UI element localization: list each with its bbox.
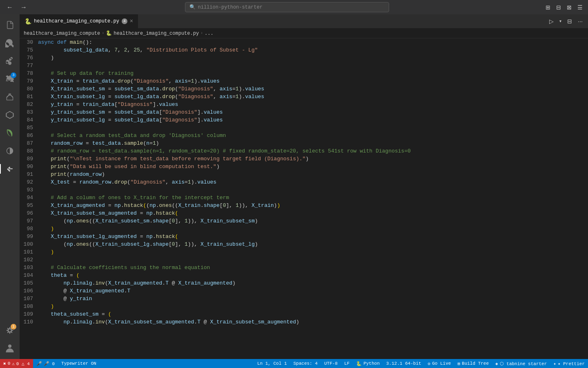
microphone-icon: 🎤 (36, 361, 42, 366)
prettier-label: ✦ Prettier (558, 361, 585, 366)
breadcrumb-sep2: › (200, 31, 203, 36)
more-actions-button[interactable]: ☰ (576, 3, 584, 12)
split-editor-right-button[interactable]: ⊟ (565, 17, 574, 26)
settings-badge: 1 (11, 324, 16, 330)
forward-button[interactable]: → (18, 3, 29, 12)
activity-item-back[interactable] (2, 161, 18, 177)
activity-item-source-control[interactable] (2, 53, 18, 69)
version-label: 3.12.1 64-bit (386, 361, 421, 366)
activity-item-testing[interactable] (2, 89, 18, 105)
activity-item-settings[interactable]: 1 (2, 322, 18, 339)
tab-icon: 🐍 (24, 18, 31, 25)
line-number: 79 (20, 77, 38, 85)
table-row: 87 random_row = test_data.sample(n=1) (20, 139, 588, 147)
line-code: print("Data will be used in blind comput… (38, 163, 588, 171)
line-number: 88 (20, 147, 38, 155)
status-spaces[interactable]: Spaces: 4 (290, 359, 321, 368)
line-number: 100 (20, 240, 38, 248)
status-language[interactable]: 🐍 Python (353, 359, 383, 368)
run-button[interactable]: ▷ (547, 17, 556, 26)
toggle-panel-button[interactable]: ⊟ (555, 3, 562, 12)
table-row: 97 (np.ones((X_train_subset_sm.shape[0],… (20, 217, 588, 225)
language-label: Python (363, 361, 380, 366)
activity-item-search[interactable] (2, 35, 18, 51)
line-number: 86 (20, 132, 38, 139)
line-number: 99 (20, 233, 38, 240)
table-row: 75 subset_lg_data, 7, 2, 25, "Distributi… (20, 46, 588, 54)
line-code: ) (38, 225, 588, 233)
code-editor[interactable]: 30 async def main(): 75 subset_lg_data, … (20, 38, 588, 359)
run-dropdown-button[interactable]: ▾ (557, 18, 564, 25)
breadcrumb-symbol[interactable]: ... (205, 31, 214, 36)
tab-healthcare[interactable]: 🐍 healthcare_imaging_compute.py 4 × (20, 14, 138, 28)
line-code: @ y_train (38, 295, 588, 303)
microphone-count: 🎤 0 (44, 361, 55, 366)
status-typewriter[interactable]: Typewriter ON (58, 359, 100, 368)
line-code: y_train = train_data["Diagnosis"].values (38, 101, 588, 108)
line-number: 106 (20, 287, 38, 295)
main-layout: 3 1 🐍 healthcare_ima (0, 14, 588, 359)
warning-count: 0 △ 4 (16, 361, 30, 366)
more-tab-actions-button[interactable]: ··· (576, 17, 585, 26)
breadcrumb-file[interactable]: healthcare_imaging_compute.py (114, 31, 199, 36)
activity-item-explorer[interactable] (2, 17, 18, 33)
search-bar[interactable]: 🔍 nillion-python-starter (185, 2, 389, 12)
line-number: 81 (20, 93, 38, 101)
spaces-label: Spaces: 4 (294, 361, 318, 366)
activity-bar: 3 1 (0, 14, 20, 359)
toggle-sidebar-button[interactable]: ⊠ (566, 3, 573, 12)
line-number: 91 (20, 171, 38, 178)
table-row: 80 X_train_subset_sm = subset_sm_data.dr… (20, 85, 588, 93)
line-number: 89 (20, 155, 38, 163)
line-number: 98 (20, 225, 38, 233)
table-row: 101 ) (20, 248, 588, 256)
line-number: 96 (20, 209, 38, 217)
activity-item-chart[interactable] (2, 143, 18, 159)
error-count: 0 (8, 361, 11, 366)
go-live-label: Go Live (432, 361, 451, 366)
line-code: # Add a column of ones to X_train for th… (38, 194, 588, 202)
error-icon: ✖ (3, 361, 6, 366)
line-code: async def main(): (38, 38, 588, 46)
back-button[interactable]: ← (4, 3, 16, 12)
table-row: 98 ) (20, 225, 588, 233)
line-number: 104 (20, 272, 38, 279)
line-number: 76 (20, 54, 38, 62)
activity-item-extensions[interactable]: 3 (2, 71, 18, 87)
line-code: theta_subset_sm = ( (38, 310, 588, 318)
line-code: ) (38, 303, 588, 310)
build-tree-icon: ⊞ (457, 361, 460, 366)
line-code (38, 62, 588, 70)
status-position[interactable]: Ln 1, Col 1 (254, 359, 290, 368)
line-code: (np.ones((X_train_subset_sm.shape[0], 1)… (38, 217, 588, 225)
typewriter-label: Typewriter ON (61, 361, 96, 366)
activity-item-leaf[interactable] (2, 125, 18, 141)
status-version[interactable]: 3.12.1 64-bit (383, 359, 425, 368)
table-row: 96 X_train_subset_sm_augmented = np.hsta… (20, 209, 588, 217)
status-encoding[interactable]: UTF-8 (321, 359, 341, 368)
activity-item-account[interactable] (2, 340, 18, 357)
breadcrumb-folder[interactable]: healthcare_imaging_compute (24, 31, 100, 36)
status-tabnine[interactable]: ◈ ⬡ tabnine starter (492, 359, 550, 368)
line-number: 30 (20, 38, 38, 46)
activity-item-nillion[interactable] (2, 107, 18, 123)
tab-close-button[interactable]: × (130, 18, 133, 24)
status-build-tree[interactable]: ⊞ Build Tree (454, 359, 492, 368)
line-number: 84 (20, 116, 38, 124)
status-microphone[interactable]: 🎤 🎤 0 (33, 359, 58, 368)
status-line-ending[interactable]: LF (341, 359, 353, 368)
table-row: 79 X_train = train_data.drop("Diagnosis"… (20, 77, 588, 85)
tab-bar: 🐍 healthcare_imaging_compute.py 4 × ▷ ▾ … (20, 14, 588, 29)
status-errors[interactable]: ✖ 0 ⚠ 0 △ 4 (0, 359, 33, 368)
table-row: 89 print("\nTest instance from test_data… (20, 155, 588, 163)
split-editor-button[interactable]: ⊞ (544, 3, 552, 12)
line-ending-label: LF (344, 361, 350, 366)
status-prettier[interactable]: ✦ ✦ Prettier (550, 359, 588, 368)
table-row: 106 @ X_train_augmented.T (20, 287, 588, 295)
line-number: 77 (20, 62, 38, 70)
table-row: 91 print(random_row) (20, 171, 588, 178)
table-row: 83 y_train_subset_sm = subset_sm_data["D… (20, 108, 588, 116)
status-go-live[interactable]: ⊙ Go Live (425, 359, 454, 368)
tabnine-icon: ◈ (495, 361, 498, 366)
line-code: theta = ( (38, 272, 588, 279)
